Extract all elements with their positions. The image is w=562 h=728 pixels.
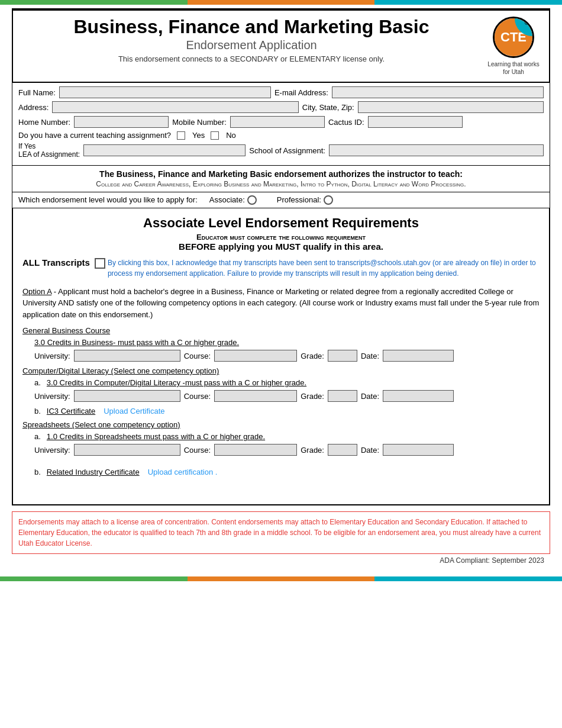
footer-note-text: Endorsements may attach to a license are… (18, 518, 541, 547)
option-a-description: - Applicant must hold a bachelor's degre… (22, 287, 539, 319)
header-section: Business, Finance and Marketing Basic En… (12, 8, 550, 83)
gb-course-input[interactable] (214, 350, 297, 362)
gb-university-input[interactable] (74, 350, 180, 362)
bottom-bar-green (0, 576, 188, 581)
associate-label: Associate: (209, 195, 245, 204)
gb-university-label: University: (34, 352, 70, 360)
home-input[interactable] (74, 116, 169, 128)
cl-option-a: a. 3.0 Credits in Computer/Digital Liter… (22, 378, 540, 387)
phone-cactus-row: Home Number: Mobile Number: Cactus ID: (18, 116, 544, 128)
cl-course-row: University: Course: Grade: Date: (22, 390, 540, 402)
ss-date-input[interactable] (383, 444, 454, 456)
cl-grade-input[interactable] (328, 390, 357, 402)
email-input[interactable] (332, 86, 544, 98)
footer-note: Endorsements may attach to a license are… (12, 511, 550, 554)
associate-radio[interactable] (247, 195, 257, 205)
footer-ada: ADA Compliant: September 2023 (12, 554, 550, 567)
ss-university-label: University: (34, 446, 70, 455)
address-label: Address: (18, 103, 49, 112)
no-label: No (226, 131, 236, 140)
ss-option-b: b. Related Industry Certificate Upload c… (22, 468, 540, 476)
mobile-label: Mobile Number: (172, 118, 227, 127)
teaching-question: Do you have a current teaching assignmen… (18, 131, 171, 140)
top-color-bar (0, 0, 562, 5)
cte-logo-inner: CTE ® (495, 18, 532, 56)
bottom-bar-teal (374, 576, 562, 581)
general-business-heading: General Business Course (22, 326, 540, 335)
gb-date-label: Date: (361, 352, 379, 360)
form-section: Full Name: E-mail Address: Address: City… (12, 83, 550, 166)
transcripts-checkbox[interactable] (95, 258, 105, 269)
gb-course-row: University: Course: Grade: Date: (22, 350, 540, 362)
option-a-label: Option A (22, 287, 51, 296)
ss-option-a-letter: a. (34, 432, 41, 441)
yes-label: Yes (192, 131, 205, 140)
cte-logo-circle: CTE ® (493, 17, 534, 58)
school-input[interactable] (329, 144, 544, 156)
cactus-input[interactable] (368, 116, 463, 128)
city-input[interactable] (358, 101, 544, 113)
header-text: Business, Finance and Marketing Basic En… (22, 17, 481, 63)
address-city-row: Address: City, State, Zip: (18, 101, 544, 113)
gb-date-input[interactable] (383, 350, 454, 362)
professional-label: Professional: (277, 195, 321, 204)
home-label: Home Number: (18, 118, 70, 127)
related-cert-label: Related Industry Certificate (47, 468, 140, 476)
no-checkbox[interactable] (211, 131, 219, 140)
address-input[interactable] (52, 101, 298, 113)
transcripts-text: By clicking this box, I acknowledge that… (108, 257, 540, 279)
professional-radio[interactable] (324, 195, 333, 205)
bottom-color-bar (0, 576, 562, 581)
top-bar-orange (188, 0, 375, 5)
cactus-label: Cactus ID: (328, 118, 364, 127)
option-a-text: Option A - Applicant must hold a bachelo… (22, 286, 540, 321)
yes-checkbox[interactable] (177, 131, 185, 140)
cl-option-b: b. IC3 Certificate Upload Certificate (22, 407, 540, 415)
cte-logo-subtext: Learning that worksfor Utah (487, 60, 539, 76)
authorize-subtitle: College and Career Awareness, Exploring … (18, 180, 544, 188)
cl-university-label: University: (34, 392, 70, 401)
cl-date-label: Date: (361, 392, 379, 401)
associate-sub1: Educator must complete the following req… (22, 233, 540, 241)
ic3-label: IC3 Certificate (47, 407, 95, 415)
cl-grade-label: Grade: (301, 392, 324, 401)
lea-input[interactable] (83, 144, 246, 156)
ss-grade-input[interactable] (328, 444, 357, 456)
header-subtitle: Endorsement Application (22, 38, 481, 52)
page-title: Business, Finance and Marketing Basic (22, 17, 481, 37)
cl-course-input[interactable] (214, 390, 297, 402)
cl-option-a-letter: a. (34, 378, 41, 387)
ss-course-row: University: Course: Grade: Date: (22, 444, 540, 456)
mobile-input[interactable] (230, 116, 325, 128)
ic3-upload-link[interactable]: Upload Certificate (104, 407, 164, 415)
gb-grade-input[interactable] (328, 350, 357, 362)
associate-box: Associate Level Endorsement Requirements… (12, 208, 550, 506)
associate-sub2: BEFORE applying you MUST qualify in this… (22, 241, 540, 252)
bottom-bar-orange (188, 576, 375, 581)
ss-grade-label: Grade: (301, 446, 324, 455)
spreadsheets-heading: Spreadsheets (Select one competency opti… (22, 420, 540, 429)
ss-course-input[interactable] (214, 444, 297, 456)
school-label: School of Assignment: (249, 146, 325, 155)
header-description: This endorsement connects to a SECONDARY… (22, 54, 481, 63)
transcripts-label: ALL Transcripts (22, 257, 90, 268)
cl-date-input[interactable] (383, 390, 454, 402)
ss-university-input[interactable] (74, 444, 180, 456)
gb-credits-heading: 3.0 Credits in Business- must pass with … (22, 338, 540, 347)
cl-university-input[interactable] (74, 390, 180, 402)
gb-course-label: Course: (184, 352, 211, 360)
cl-course-label: Course: (184, 392, 211, 401)
ada-text: ADA Compliant: September 2023 (440, 556, 544, 565)
ss-option-b-letter: b. (34, 468, 41, 476)
full-name-input[interactable] (59, 86, 271, 98)
authorize-title: The Business, Finance and Marketing Basi… (18, 169, 544, 179)
ss-option-a: a. 1.0 Credits in Spreadsheets must pass… (22, 432, 540, 441)
related-cert-upload-link[interactable]: Upload certification . (148, 468, 218, 476)
ss-course-label: Course: (184, 446, 211, 455)
lea-school-row: If Yes LEA of Assignment: School of Assi… (18, 142, 544, 159)
name-email-row: Full Name: E-mail Address: (18, 86, 544, 98)
gb-grade-label: Grade: (301, 352, 324, 360)
endorsement-level-row: Which endorsement level would you like t… (12, 192, 550, 208)
teaching-assignment-row: Do you have a current teaching assignmen… (18, 131, 544, 140)
if-yes-lea-label: If Yes LEA of Assignment: (18, 142, 80, 159)
